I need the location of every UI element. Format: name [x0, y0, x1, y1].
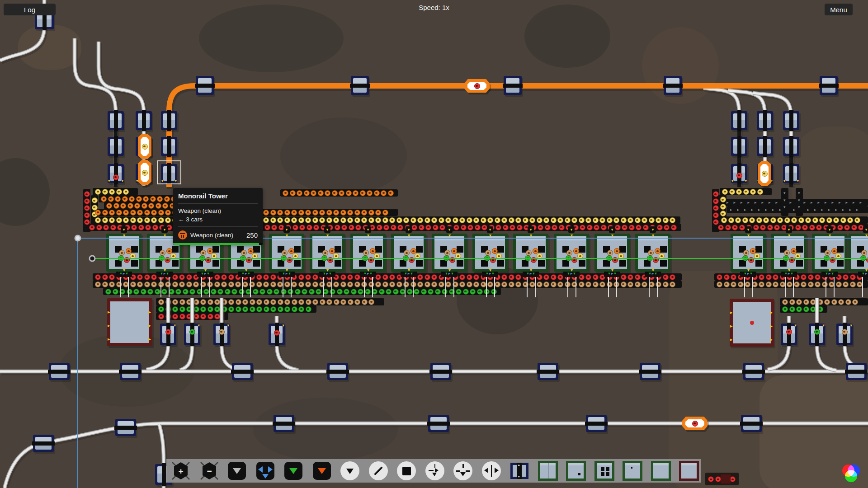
tool-building-storage[interactable] — [651, 461, 671, 480]
tool-route-right-down[interactable] — [425, 461, 445, 480]
tool-building-input[interactable] — [623, 461, 642, 480]
dash — [456, 470, 460, 472]
svg-text:−: − — [207, 466, 212, 476]
tool-circle — [369, 461, 388, 480]
tool-building-factory[interactable] — [594, 461, 614, 480]
tool-building-depot[interactable] — [679, 461, 699, 480]
right-arrow-icon — [495, 468, 499, 473]
green-route-handle[interactable] — [90, 256, 95, 261]
divider — [548, 463, 549, 479]
green-circle — [845, 470, 857, 482]
tool-circle — [453, 461, 472, 480]
tooltip-title: Monorail Tower — [178, 192, 258, 200]
tooltip-resource-amount: 250 — [246, 231, 258, 239]
game-viewport[interactable]: ▸▸▸▸▸▸▸▸▸▸▸▸▸▸▸▸▸▸▸▸▸▸▸▸▸▸▸▸▸▸▸▸▸▸▸▸▸▸▸▾… — [0, 0, 868, 488]
down-arrow-icon — [432, 473, 437, 476]
weapon-resource-icon — [178, 230, 187, 239]
grid-square — [601, 472, 604, 476]
down-triangle-icon — [289, 468, 297, 474]
tooltip-progress-bar — [173, 243, 263, 245]
tool-route-left-right[interactable] — [481, 461, 501, 480]
grid-square — [606, 467, 609, 471]
tool-signal-slash[interactable] — [368, 461, 388, 480]
blue-route-handle[interactable] — [75, 235, 80, 241]
building-tool-icon — [538, 461, 558, 481]
dot — [578, 473, 580, 475]
tool-station[interactable]: ▴▾ — [509, 461, 529, 480]
building-tool-icon — [623, 461, 642, 481]
tool-circle — [397, 461, 416, 480]
building-tool-icon — [566, 461, 586, 481]
tool-zoom-in[interactable]: + — [170, 461, 190, 480]
tool-circle — [482, 461, 501, 480]
selection-box — [157, 160, 181, 184]
tooltip-divider — [178, 203, 258, 204]
tool-square — [228, 462, 246, 480]
dash — [429, 470, 434, 471]
down-triangle-icon — [346, 469, 354, 474]
right-triangle-icon — [268, 466, 273, 473]
building-tool-icon — [594, 461, 614, 481]
down-triangle-icon — [233, 468, 241, 474]
grid-square — [606, 472, 609, 476]
svg-text:+: + — [178, 466, 183, 476]
building-tool-icon — [651, 461, 671, 481]
menu-button[interactable]: Menu — [825, 4, 853, 15]
tool-square — [284, 462, 302, 480]
dash — [434, 464, 436, 468]
tool-square — [256, 462, 274, 480]
down-arrow-icon — [460, 472, 466, 476]
slash-icon — [374, 466, 383, 475]
vertical-bar — [491, 465, 492, 477]
route-line-blue[interactable] — [78, 238, 868, 488]
tool-building-output[interactable] — [566, 461, 586, 480]
tool-zoom-out[interactable]: − — [199, 461, 219, 480]
rgb-overlap-icon[interactable] — [837, 464, 863, 484]
dash — [462, 464, 464, 468]
route-line-layer — [0, 0, 868, 488]
station-tool-icon: ▴▾ — [510, 463, 528, 479]
tooltip-resource-label: Weapon (clean) — [190, 232, 233, 239]
tool-building-splitter[interactable] — [538, 461, 558, 480]
left-arrow-icon — [484, 468, 488, 473]
right-arrow-icon — [435, 468, 439, 473]
building-tool-icon — [679, 461, 699, 481]
tooltip-cars-line: ← 3 cars — [178, 216, 258, 223]
tooltip: Monorail Tower Weapon (clean) ← 3 cars W… — [173, 188, 263, 245]
left-triangle-icon — [258, 466, 263, 473]
tool-drop-green[interactable] — [283, 461, 303, 480]
edge-building — [721, 474, 731, 483]
build-toolbar: +−▴▾ — [166, 459, 701, 483]
menu-button-label: Menu — [830, 6, 847, 14]
tool-circle — [425, 461, 444, 480]
tool-drop-orange[interactable] — [312, 461, 332, 480]
down-triangle-icon — [318, 468, 326, 474]
tool-drop-gray[interactable] — [227, 461, 247, 480]
tool-route-split-blue[interactable] — [255, 461, 275, 480]
tool-signal-stop[interactable] — [396, 461, 416, 480]
stop-square-icon — [402, 467, 411, 475]
speed-indicator: Speed: 1x — [0, 4, 868, 11]
dash — [466, 470, 470, 472]
tool-route-down[interactable] — [453, 461, 473, 480]
tool-signal-down[interactable] — [340, 461, 360, 480]
down-triangle-icon — [262, 474, 269, 479]
tooltip-divider-2 — [178, 226, 258, 227]
dot — [631, 467, 632, 469]
red-item — [708, 476, 714, 482]
tooltip-weapon-line: Weapon (clean) — [178, 207, 258, 214]
tool-circle — [340, 461, 359, 480]
tool-square — [313, 462, 331, 480]
grid-square — [601, 467, 604, 471]
